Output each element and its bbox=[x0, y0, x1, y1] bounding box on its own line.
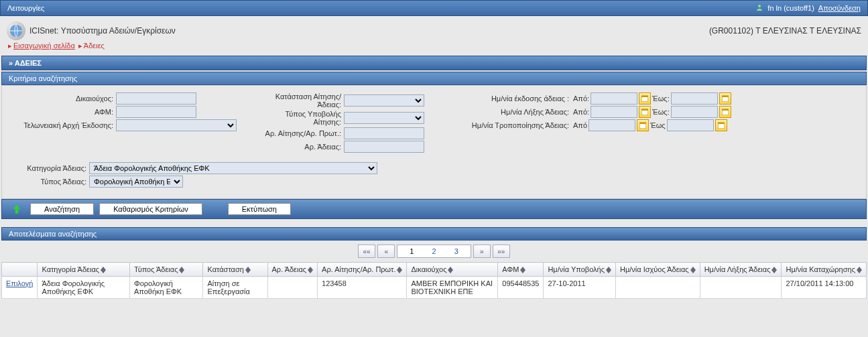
label-status: Κατάσταση Αίτησης/Άδειας: bbox=[257, 92, 344, 109]
cell-licno bbox=[267, 277, 318, 299]
cell-expiry-date bbox=[700, 277, 782, 299]
label-customs: Τελωνειακή Αρχή Έκδοσης: bbox=[15, 121, 116, 129]
label-issue-date: Ημ/νία έκδοσης άδειας : bbox=[471, 94, 572, 103]
pager-page[interactable]: 3 bbox=[446, 247, 467, 255]
col-select bbox=[2, 263, 38, 277]
svg-rect-5 bbox=[722, 96, 729, 97]
calendar-icon[interactable] bbox=[715, 119, 727, 131]
svg-rect-11 bbox=[639, 123, 646, 124]
cell-afm: 095448535 bbox=[498, 277, 544, 299]
action-bar: Αναζήτηση Καθαρισμός Κριτηρίων Εκτύπωση bbox=[1, 199, 867, 219]
appno-field[interactable] bbox=[344, 127, 424, 139]
issue-to-field[interactable] bbox=[671, 92, 718, 105]
logout-link[interactable]: Αποσύνδεση bbox=[818, 4, 861, 12]
section-title: » ΑΔΕΙΕΣ bbox=[1, 56, 867, 70]
breadcrumb: ▸Εισαγωγική σελίδα ▸Άδειες bbox=[0, 42, 868, 54]
expiry-to-field[interactable] bbox=[671, 106, 718, 118]
col-appno[interactable]: Αρ. Αίτησης/Αρ. Πρωτ. bbox=[318, 263, 407, 277]
criteria-panel: Δικαιούχος: ΑΦΜ: Τελωνειακή Αρχή Έκδοσης… bbox=[1, 85, 867, 199]
cell-status: Αίτηση σε Επεξεργασία bbox=[203, 277, 267, 299]
functions-menu[interactable]: Λειτουργίες bbox=[7, 4, 44, 12]
pager: «« « 1 2 3 » »» bbox=[0, 241, 868, 262]
col-expiry-date[interactable]: Ημ/νία Λήξης Άδειας bbox=[700, 263, 782, 277]
calendar-icon[interactable] bbox=[719, 92, 731, 105]
amend-from-field[interactable] bbox=[588, 119, 635, 131]
arrow-up-icon[interactable] bbox=[9, 202, 25, 216]
results-title: Αποτελέσματα αναζήτησης bbox=[1, 227, 867, 241]
pager-first[interactable]: «« bbox=[358, 245, 375, 258]
category-select[interactable]: Άδεια Φορολογικής Αποθήκης ΕΦΚ bbox=[89, 162, 377, 174]
svg-rect-7 bbox=[641, 109, 648, 111]
cell-type: Φορολογική Αποθήκη ΕΦΚ bbox=[129, 277, 203, 299]
label-beneficiary: Δικαιούχος: bbox=[15, 94, 116, 103]
criteria-title: Κριτήρια αναζήτησης bbox=[1, 72, 867, 85]
cell-category: Άδεια Φορολογικής Αποθήκης ΕΦΚ bbox=[38, 277, 129, 299]
afm-field[interactable] bbox=[116, 106, 196, 118]
cell-beneficiary: AMBER ΕΜΠΟΡΙΚΗ ΚΑΙ ΒΙΟΤΕΧΝΙΚΗ ΕΠΕ bbox=[407, 277, 498, 299]
licno-field[interactable] bbox=[344, 141, 424, 153]
customs-select[interactable] bbox=[116, 119, 237, 131]
user-icon bbox=[755, 3, 763, 13]
col-licno[interactable]: Αρ. Άδειας bbox=[267, 263, 318, 277]
lictype-select[interactable]: Φορολογική Αποθήκη ΕΦΚ bbox=[89, 176, 183, 188]
label-lictype: Τύπος Άδειας: bbox=[15, 178, 89, 186]
svg-rect-13 bbox=[718, 123, 725, 124]
label-from: Από: bbox=[573, 94, 589, 103]
amend-to-field[interactable] bbox=[667, 119, 714, 131]
col-reg-date[interactable]: Ημ/νία Καταχώρησης bbox=[782, 263, 867, 277]
svg-rect-9 bbox=[722, 109, 729, 111]
label-amend-date: Ημ/νία Τροποποίησης Άδειας: bbox=[471, 121, 572, 129]
beneficiary-field[interactable] bbox=[116, 92, 196, 105]
clear-button[interactable]: Καθαρισμός Κριτηρίων bbox=[99, 203, 202, 215]
cell-submit-date: 27-10-2011 bbox=[544, 277, 616, 299]
select-link[interactable]: Επιλογή bbox=[6, 279, 33, 287]
globe-icon bbox=[7, 21, 25, 40]
col-afm[interactable]: ΑΦΜ bbox=[498, 263, 544, 277]
calendar-icon[interactable] bbox=[639, 92, 651, 105]
label-licno: Αρ. Άδειας: bbox=[257, 143, 344, 151]
label-expiry-date: Ημ/νία Λήξης Άδειας: bbox=[471, 108, 572, 116]
status-select[interactable] bbox=[344, 94, 424, 107]
label-category: Κατηγορία Άδειας: bbox=[15, 164, 89, 172]
table-row: Επιλογή Άδεια Φορολογικής Αποθήκης ΕΦΚ Φ… bbox=[2, 277, 867, 299]
calendar-icon[interactable] bbox=[639, 106, 651, 118]
col-submit-date[interactable]: Ημ/νία Υποβολής bbox=[544, 263, 616, 277]
calendar-icon[interactable] bbox=[719, 106, 731, 118]
label-from: Από: bbox=[573, 108, 589, 116]
app-title: ICISnet: Υποσύστημα Αδειών/Εγκρίσεων bbox=[29, 26, 176, 36]
user-label: fn ln (custoff1) bbox=[767, 4, 814, 12]
subtype-select[interactable] bbox=[344, 112, 424, 124]
expiry-from-field[interactable] bbox=[591, 106, 637, 118]
breadcrumb-home[interactable]: Εισαγωγική σελίδα bbox=[13, 42, 75, 50]
label-appno: Αρ. Αίτησης/Αρ. Πρωτ.: bbox=[257, 129, 344, 137]
top-bar: Λειτουργίες fn ln (custoff1) Αποσύνδεση bbox=[0, 0, 868, 16]
cell-appno: 123458 bbox=[318, 277, 407, 299]
label-to: Έως bbox=[650, 121, 666, 129]
print-button[interactable]: Εκτύπωση bbox=[228, 203, 291, 215]
search-button[interactable]: Αναζήτηση bbox=[30, 203, 94, 215]
pager-page[interactable]: 2 bbox=[424, 247, 444, 255]
pager-prev[interactable]: « bbox=[377, 245, 395, 258]
svg-rect-3 bbox=[641, 96, 648, 97]
breadcrumb-current: Άδειες bbox=[84, 42, 105, 50]
issue-from-field[interactable] bbox=[591, 92, 637, 105]
pager-last[interactable]: »» bbox=[493, 245, 510, 258]
col-valid-date[interactable]: Ημ/νία Ισχύος Άδειας bbox=[615, 263, 700, 277]
sub-header: ICISnet: Υποσύστημα Αδειών/Εγκρίσεων (GR… bbox=[0, 16, 868, 42]
col-type[interactable]: Τύπος Άδειας bbox=[129, 263, 203, 277]
label-to: Έως: bbox=[652, 108, 670, 116]
col-status[interactable]: Κατάσταση bbox=[203, 263, 267, 277]
results-table: Κατηγορία Άδειας Τύπος Άδειας Κατάσταση … bbox=[1, 262, 867, 299]
pager-page[interactable]: 1 bbox=[401, 247, 422, 255]
col-category[interactable]: Κατηγορία Άδειας bbox=[38, 263, 129, 277]
cell-reg-date: 27/10/2011 14:13:00 bbox=[782, 277, 867, 299]
label-from: Από bbox=[573, 121, 587, 129]
pager-next[interactable]: » bbox=[473, 245, 491, 258]
label-to: Έως: bbox=[652, 94, 670, 103]
label-afm: ΑΦΜ: bbox=[15, 108, 116, 116]
label-subtype: Τύπος Υποβολής Αίτησης: bbox=[257, 110, 344, 126]
org-label: (GR001102) Τ ΕΛΕΥΣΙΝΑΣ Τ ΕΛΕΥΣΙΝΑΣ bbox=[709, 26, 861, 36]
col-beneficiary[interactable]: Δικαιούχος bbox=[407, 263, 498, 277]
calendar-icon[interactable] bbox=[637, 119, 649, 131]
cell-valid-date bbox=[615, 277, 700, 299]
